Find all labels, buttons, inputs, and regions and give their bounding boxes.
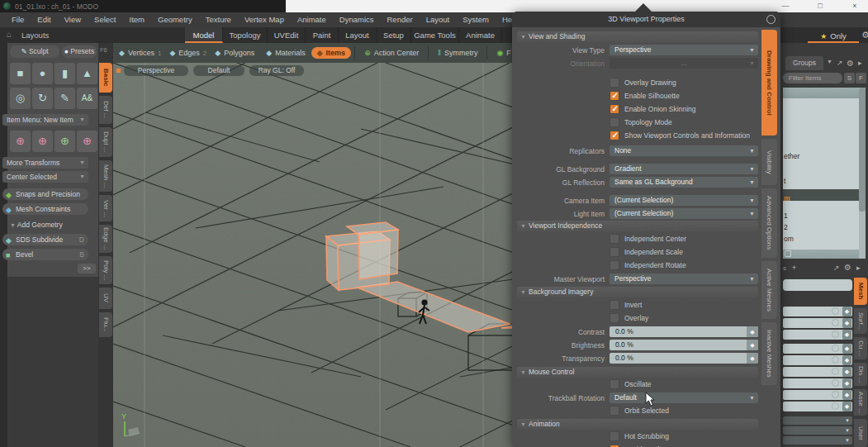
independent-rotate-checkbox[interactable] <box>609 260 619 270</box>
oscillate-checkbox[interactable] <box>609 379 619 389</box>
checkbox-icon[interactable] <box>785 250 791 257</box>
popup-tab-inactive-meshes[interactable]: Inactive Meshes <box>761 322 777 385</box>
mini-slider-icon[interactable]: ◆ <box>842 307 851 316</box>
keyframe-circle-icon[interactable] <box>832 391 839 398</box>
transform-tool-4[interactable]: ⊕ <box>77 131 97 152</box>
topology-mode-checkbox[interactable] <box>609 117 619 127</box>
popup-title-bar[interactable]: 3D Viewport Properties <box>512 12 780 27</box>
hot-scrubbing-checkbox[interactable] <box>609 431 619 441</box>
contrast-slider[interactable]: 0.0 %◆ <box>609 326 758 337</box>
menu-edit[interactable]: Edit <box>31 12 57 27</box>
channel-field[interactable]: ◆ <box>783 344 852 354</box>
item-list[interactable]: ether t m 1 2 om om_Lower <box>783 88 859 259</box>
light-item-dropdown[interactable]: (Current Selection)▼ <box>609 208 758 219</box>
torus-tool[interactable]: ◎ <box>10 88 31 109</box>
orbit-selected-checkbox[interactable] <box>609 406 619 416</box>
popup-tab-visibility[interactable]: Visibility <box>761 139 777 185</box>
menu-texture[interactable]: Texture <box>199 12 238 27</box>
mini-slider-icon[interactable]: ◆ <box>842 318 851 328</box>
rp-tab-mesh[interactable]: Mesh <box>854 278 867 305</box>
keyframe-circle-icon[interactable] <box>832 402 839 410</box>
symmetry-button[interactable]: ‖ Symmetry <box>432 47 483 59</box>
invert-checkbox[interactable] <box>609 300 619 310</box>
raygl-pill[interactable]: Ray GL: Off <box>249 65 304 76</box>
popup-tab-advanced-options[interactable]: Advanced Options <box>761 188 777 258</box>
independent-scale-checkbox[interactable] <box>609 247 619 257</box>
sds-subdivide-button[interactable]: ◆ SDS Subdivide D <box>2 234 88 245</box>
trackball-rotation-dropdown[interactable]: Default▼ <box>609 392 758 403</box>
menu-view[interactable]: View <box>58 12 88 27</box>
view-type-dropdown[interactable]: Perspective▼ <box>609 45 758 55</box>
pin-circle-button[interactable] <box>766 15 776 24</box>
keyframe-circle-icon[interactable] <box>832 368 839 375</box>
transform-tool-2[interactable]: ⊕ <box>32 131 53 152</box>
option-dropdown[interactable]: ▼ <box>783 436 852 445</box>
menu-vertex-map[interactable]: Vertex Map <box>238 12 291 27</box>
list-item[interactable]: t <box>784 177 785 185</box>
item-menu-dropdown[interactable]: Item Menu: New Item ▼ <box>2 114 88 126</box>
filter-items-input[interactable]: Filter Items <box>783 73 842 83</box>
curve-tool[interactable]: ↻ <box>32 88 53 109</box>
mini-slider-icon[interactable]: ◆ <box>842 378 851 388</box>
mode-tab-materials[interactable]: ◆ Materials <box>260 47 311 59</box>
sculpt-button[interactable]: ✎ Sculpt <box>10 45 59 58</box>
channel-field[interactable]: ◆ <box>783 367 852 377</box>
mini-slider-icon[interactable]: ◆ <box>747 340 758 350</box>
keyframe-circle-icon[interactable] <box>832 345 839 352</box>
sphere-tool[interactable]: ● <box>32 63 53 84</box>
mini-slider-icon[interactable]: ◆ <box>842 402 851 411</box>
menu-file[interactable]: File <box>5 12 31 27</box>
section-viewport-independence[interactable]: ▼Viewport Independence <box>517 221 758 231</box>
keyframe-circle-icon[interactable] <box>832 330 839 338</box>
center-selected-dropdown[interactable]: Center Selected ▼ <box>2 171 88 183</box>
mini-slider-icon[interactable]: ◆ <box>747 353 758 364</box>
replicators-dropdown[interactable]: None▼ <box>609 145 758 156</box>
mini-slider-icon[interactable]: ◆ <box>842 330 851 340</box>
rp-tab-cu[interactable]: Cu ... <box>854 337 867 359</box>
mode-tab-polygons[interactable]: ◆ Polygons <box>209 47 260 59</box>
chevron-down-icon[interactable]: ▼ <box>827 59 832 64</box>
list-item[interactable]: ether <box>784 152 799 160</box>
list-item[interactable]: 2 <box>784 223 788 231</box>
overlay-checkbox[interactable] <box>609 313 619 323</box>
gear-icon[interactable]: ⚙ <box>861 30 868 40</box>
toolbox-tab-mesh[interactable]: Mesh ... <box>99 160 112 192</box>
tab-game-tools[interactable]: Game Tools <box>411 27 459 43</box>
maximize-button[interactable]: □ <box>809 1 831 12</box>
tab-layout[interactable]: Layout <box>339 27 377 43</box>
close-button[interactable]: × <box>844 1 866 12</box>
minimize-button[interactable]: — <box>775 1 796 12</box>
menu-geometry[interactable]: Geometry <box>151 12 199 27</box>
option-dropdown[interactable]: ▼ <box>783 416 852 425</box>
cylinder-tool[interactable]: ▮ <box>55 63 75 84</box>
toolbox-tab-flu[interactable]: Flu... <box>99 312 112 337</box>
transform-tool-1[interactable]: ⊕ <box>10 131 31 152</box>
tab-setup[interactable]: Setup <box>377 27 411 43</box>
rp-tab-dis[interactable]: Dis ... <box>854 363 867 386</box>
menu-select[interactable]: Select <box>88 12 122 27</box>
mini-slider-icon[interactable]: ◆ <box>747 326 758 337</box>
option-dropdown[interactable]: ▼ <box>783 426 852 435</box>
expand-button[interactable]: >> <box>78 264 96 273</box>
section-background-imagery[interactable]: ▼Background Imagery <box>517 287 758 297</box>
enable-onion-skinning-checkbox[interactable] <box>609 104 619 114</box>
pen-tool[interactable]: ✎ <box>55 88 75 109</box>
rp-tab-user-cha[interactable]: User Cha... <box>854 419 867 447</box>
keyframe-circle-icon[interactable] <box>832 379 839 387</box>
overlay-drawing-checkbox[interactable] <box>609 78 619 88</box>
list-item[interactable]: 1 <box>784 212 788 220</box>
tab-model[interactable]: Model <box>185 27 223 43</box>
keyframe-circle-icon[interactable] <box>832 356 839 364</box>
more-transforms-dropdown[interactable]: More Transforms ▼ <box>2 157 88 169</box>
toolbox-tab-dupl[interactable]: Dupl ... <box>99 127 112 157</box>
toolbox-tab-def[interactable]: Def ... <box>99 96 112 124</box>
mini-slider-icon[interactable]: ◆ <box>842 355 851 365</box>
cube-tool[interactable]: ■ <box>10 63 31 84</box>
expand-icon[interactable]: ↗ <box>837 59 843 67</box>
camera-item-dropdown[interactable]: (Current Selection)▼ <box>609 195 758 206</box>
only-filter-toggle[interactable]: ★Only <box>808 27 859 43</box>
view-type-pill[interactable]: Perspective <box>124 65 188 76</box>
mini-slider-icon[interactable]: ◆ <box>842 367 851 377</box>
mini-slider-icon[interactable]: ◆ <box>842 344 851 354</box>
channel-field[interactable]: ◆ <box>783 318 852 328</box>
